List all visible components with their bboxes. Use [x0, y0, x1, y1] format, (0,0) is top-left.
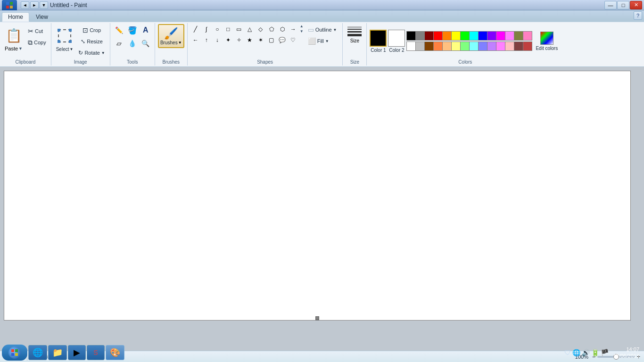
resize-icon: ⤡ [81, 38, 85, 45]
forward-button[interactable]: ► [30, 1, 39, 9]
swatch-18[interactable] [442, 41, 452, 51]
pencil-tool[interactable]: ✏️ [113, 24, 125, 36]
paint-taskbar-icon: 🎨 [110, 347, 120, 358]
swatch-25[interactable] [505, 41, 514, 51]
swatch-22[interactable] [478, 41, 487, 51]
outline-button[interactable]: ▭ Outline ▼ [305, 25, 340, 34]
back-button[interactable]: ◄ [21, 1, 29, 9]
swatch-8[interactable] [478, 31, 487, 41]
shape-line[interactable]: ╱ [190, 24, 201, 34]
swatch-10[interactable] [496, 31, 505, 41]
paste-button[interactable]: 📋 Paste ▼ [3, 24, 25, 52]
system-clock[interactable]: 14:07 17/06/2013 [613, 346, 639, 360]
color2-box[interactable] [388, 30, 405, 47]
shape-curve[interactable]: ∫ [201, 24, 212, 34]
swatch-4[interactable] [442, 31, 452, 41]
swatch-0[interactable] [406, 31, 416, 41]
shape-star6[interactable]: ✶ [256, 35, 266, 45]
speaker-icon[interactable]: 🔊 [582, 349, 590, 356]
swatch-2[interactable] [424, 31, 434, 41]
copy-button[interactable]: ⧉ Copy [26, 37, 48, 48]
canvas-container[interactable] [0, 67, 644, 351]
swatch-9[interactable] [487, 31, 496, 41]
taskbar-ie[interactable]: 🌐 [28, 345, 47, 360]
edit-colors-button[interactable]: Edit colors [533, 31, 561, 52]
cut-label: Cut [35, 28, 43, 34]
shape-heart[interactable]: ♡ [288, 35, 298, 45]
shape-diamond[interactable]: ◇ [256, 24, 266, 34]
eraser-tool[interactable]: ▱ [113, 37, 125, 49]
shapes-scroll-down[interactable]: ▼ [300, 29, 304, 33]
tab-view[interactable]: View [30, 12, 54, 22]
select-button[interactable]: Select ▼ [54, 24, 75, 53]
shape-rounded-rect2[interactable]: ▢ [266, 35, 277, 45]
shape-4arrow[interactable]: ✦ [223, 35, 233, 45]
swatch-13[interactable] [523, 31, 532, 41]
cut-button[interactable]: ✂ Cut [26, 26, 48, 36]
swatch-1[interactable] [415, 31, 425, 41]
swatch-19[interactable] [451, 41, 461, 51]
swatch-24[interactable] [496, 41, 505, 51]
shape-pentagon[interactable]: ⬠ [266, 24, 277, 34]
swatch-17[interactable] [433, 41, 443, 51]
swatch-15[interactable] [415, 41, 425, 51]
swatch-6[interactable] [460, 31, 470, 41]
canvas-resize-handle[interactable] [315, 316, 319, 320]
brushes-group-label: Brushes [162, 58, 180, 65]
swatch-23[interactable] [487, 41, 496, 51]
help-button[interactable]: ? [634, 11, 642, 20]
swatch-21[interactable] [469, 41, 479, 51]
shape-callout[interactable]: 💬 [277, 35, 288, 45]
close-button[interactable]: ✕ [630, 1, 642, 9]
resize-button[interactable]: ⤡ Resize [79, 36, 105, 47]
shape-star4[interactable]: ✧ [234, 35, 244, 45]
swatch-5[interactable] [451, 31, 461, 41]
canvas[interactable] [4, 71, 631, 321]
swatch-7[interactable] [469, 31, 479, 41]
fill-button[interactable]: ⬜ Fill ▼ [305, 36, 340, 46]
text-tool[interactable]: A [140, 24, 152, 36]
swatch-20[interactable] [460, 41, 470, 51]
taskbar-paint[interactable]: 🎨 [106, 345, 124, 360]
swatch-14[interactable] [406, 41, 416, 51]
shape-roundrect[interactable]: ▭ [234, 24, 244, 34]
swatch-12[interactable] [514, 31, 523, 41]
color-picker-tool[interactable]: 💧 [126, 37, 139, 49]
maximize-button[interactable]: □ [617, 1, 629, 9]
brushes-button[interactable]: 🖌️ Brushes ▼ [158, 24, 184, 48]
shape-arrow-left[interactable]: ← [190, 35, 201, 45]
taskbar-media[interactable]: ▶ [68, 345, 86, 360]
magnifier-tool[interactable]: 🔍 [140, 37, 152, 49]
shape-star5[interactable]: ★ [245, 35, 255, 45]
shape-rect[interactable]: □ [223, 24, 233, 34]
swatch-26[interactable] [514, 41, 523, 51]
shape-triangle[interactable]: △ [245, 24, 255, 34]
shape-arrow-right[interactable]: → [288, 24, 298, 34]
shape-arrow-up[interactable]: ↑ [201, 35, 212, 45]
size-label: Size [350, 38, 359, 43]
minimize-button[interactable]: — [604, 1, 617, 9]
shape-hexagon[interactable]: ⬡ [277, 24, 288, 34]
antivirus-icon[interactable]: 🛡 [564, 349, 571, 356]
shape-oval[interactable]: ○ [212, 24, 223, 34]
rotate-button[interactable]: ↻ Rotate ▼ [76, 48, 107, 58]
color1-box[interactable] [370, 30, 387, 47]
shape-arrow-down[interactable]: ↓ [212, 35, 223, 45]
flag-icon[interactable]: 🏴 [601, 349, 609, 356]
taskbar-smart[interactable]: S [87, 345, 105, 360]
dropdown-button[interactable]: ▼ [40, 1, 48, 9]
shapes-scroll-up[interactable]: ▲ [300, 24, 304, 28]
start-button[interactable] [2, 345, 27, 361]
swatch-11[interactable] [505, 31, 514, 41]
fill-tool[interactable]: 🪣 [126, 24, 139, 36]
network-icon[interactable]: 🌐 [572, 349, 580, 356]
paint-menu-button[interactable] [2, 0, 17, 10]
swatch-27[interactable] [523, 41, 532, 51]
battery-icon[interactable]: 🔋 [591, 349, 599, 356]
size-button[interactable]: Size [346, 24, 363, 44]
swatch-3[interactable] [433, 31, 443, 41]
taskbar-explorer[interactable]: 📁 [48, 345, 67, 360]
tab-home[interactable]: Home [2, 12, 29, 22]
crop-button[interactable]: ⊡ Crop [81, 25, 103, 35]
swatch-16[interactable] [424, 41, 434, 51]
